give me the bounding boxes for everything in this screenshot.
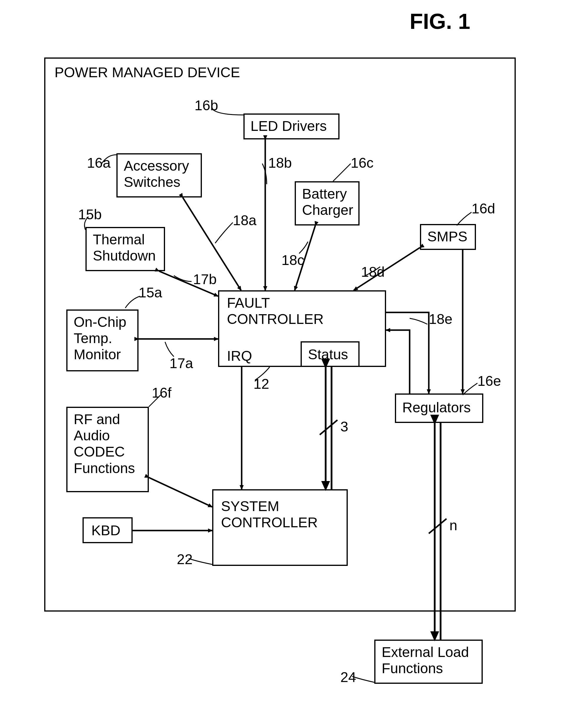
ref-22: 22 bbox=[177, 551, 192, 567]
ref-18c: 18c bbox=[281, 252, 304, 268]
ref-24: 24 bbox=[340, 669, 356, 685]
label-led-drivers: LED Drivers bbox=[250, 118, 327, 134]
bus-width-3: 3 bbox=[340, 419, 348, 435]
ref-16d: 16d bbox=[472, 200, 495, 217]
label-irq: IRQ bbox=[227, 348, 252, 364]
ref-16e: 16e bbox=[477, 373, 501, 389]
label-on-chip-temp: On-Chip Temp. Monitor bbox=[74, 314, 126, 363]
ref-16c: 16c bbox=[351, 155, 373, 171]
label-system-controller: SYSTEM CONTROLLER bbox=[221, 498, 318, 531]
ref-16f: 16f bbox=[152, 385, 172, 401]
ref-15a: 15a bbox=[139, 284, 162, 301]
label-kbd: KBD bbox=[91, 522, 121, 538]
label-regulators: Regulators bbox=[402, 399, 471, 416]
label-status: Status bbox=[308, 346, 348, 363]
figure-label: FIG. 1 bbox=[410, 9, 470, 34]
ref-18a: 18a bbox=[233, 212, 256, 228]
ref-17a: 17a bbox=[169, 355, 193, 371]
label-external-load: External Load Functions bbox=[382, 644, 469, 676]
ref-12: 12 bbox=[253, 376, 269, 392]
label-thermal-shutdown: Thermal Shutdown bbox=[93, 231, 156, 264]
label-rf-audio: RF and Audio CODEC Functions bbox=[74, 411, 135, 476]
ref-18d: 18d bbox=[361, 264, 385, 280]
label-fault-controller: FAULT CONTROLLER bbox=[227, 295, 324, 327]
container-title: POWER MANAGED DEVICE bbox=[55, 64, 240, 80]
ref-17b: 17b bbox=[193, 271, 217, 287]
ref-16b: 16b bbox=[195, 97, 218, 113]
ref-16a: 16a bbox=[87, 155, 111, 171]
ref-15b: 15b bbox=[78, 206, 102, 223]
ref-18e: 18e bbox=[429, 311, 452, 327]
label-battery-charger: Battery Charger bbox=[302, 186, 353, 218]
ref-18b: 18b bbox=[268, 155, 292, 171]
label-accessory-switches: Accessory Switches bbox=[124, 158, 189, 190]
bus-width-n: n bbox=[449, 517, 457, 533]
label-smps: SMPS bbox=[427, 228, 467, 245]
